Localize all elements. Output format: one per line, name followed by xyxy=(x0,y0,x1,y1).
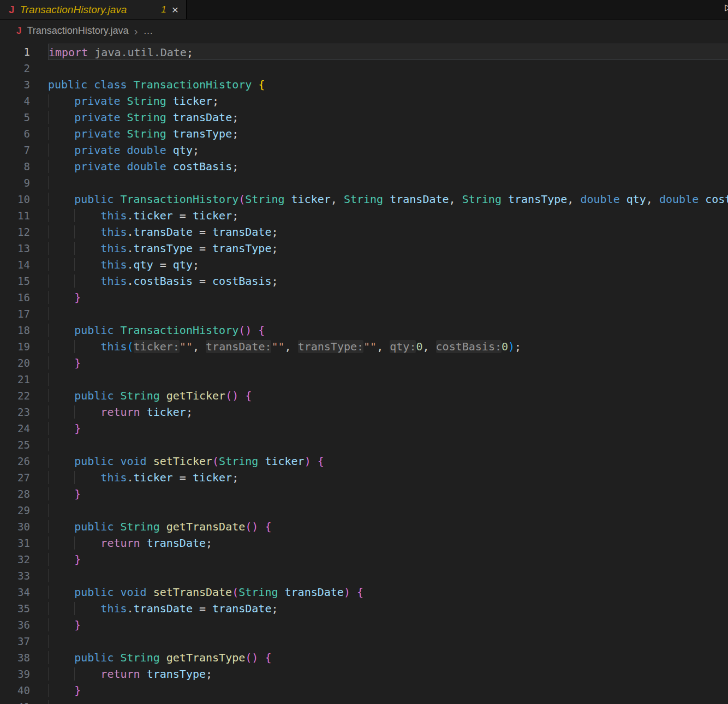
code-line-40[interactable]: 40 } xyxy=(0,682,728,699)
code-line-11[interactable]: 11 this.ticker = ticker; xyxy=(0,207,728,224)
code-line-content[interactable]: this.costBasis = costBasis; xyxy=(48,273,728,289)
code-line-content[interactable]: this.ticker = ticker; xyxy=(48,207,728,224)
code-line-2[interactable]: 2 xyxy=(0,60,728,76)
code-line-10[interactable]: 10 public TransactionHistory(String tick… xyxy=(0,191,728,207)
code-line-content[interactable]: private String transType; xyxy=(48,126,728,142)
code-line-32[interactable]: 32 } xyxy=(0,551,728,568)
code-line-content[interactable] xyxy=(48,633,728,649)
indent-guide xyxy=(48,373,74,386)
code-line-content[interactable]: public class TransactionHistory { xyxy=(48,76,728,93)
line-number: 39 xyxy=(0,666,48,682)
line-number: 5 xyxy=(0,109,48,126)
code-line-content[interactable] xyxy=(48,437,728,453)
code-token: transType: xyxy=(298,340,363,353)
code-line-28[interactable]: 28 } xyxy=(0,486,728,502)
code-line-14[interactable]: 14 this.qty = qty; xyxy=(0,256,728,273)
code-line-content[interactable] xyxy=(48,568,728,584)
code-line-25[interactable]: 25 xyxy=(0,437,728,453)
code-line-15[interactable]: 15 this.costBasis = costBasis; xyxy=(0,273,728,289)
code-line-content[interactable]: private String ticker; xyxy=(48,93,728,109)
code-line-39[interactable]: 39 return transType; xyxy=(0,666,728,682)
code-line-22[interactable]: 22 public String getTicker() { xyxy=(0,387,728,404)
code-line-38[interactable]: 38 public String getTransType() { xyxy=(0,649,728,666)
code-line-34[interactable]: 34 public void setTransDate(String trans… xyxy=(0,584,728,600)
code-line-27[interactable]: 27 this.ticker = ticker; xyxy=(0,469,728,486)
code-line-content[interactable]: } xyxy=(48,420,728,437)
code-line-17[interactable]: 17 xyxy=(0,306,728,322)
vscode-window: J TransactionHistory.java 1 × ▷ J Transa… xyxy=(0,0,728,704)
code-line-content[interactable] xyxy=(48,175,728,191)
code-line-content[interactable]: } xyxy=(48,617,728,633)
code-line-4[interactable]: 4 private String ticker; xyxy=(0,93,728,109)
code-line-content[interactable]: return ticker; xyxy=(48,404,728,420)
code-line-3[interactable]: 3public class TransactionHistory { xyxy=(0,76,728,93)
code-line-content[interactable] xyxy=(48,306,728,322)
code-line-18[interactable]: 18 public TransactionHistory() { xyxy=(0,322,728,338)
code-editor[interactable]: 1import java.util.Date;23public class Tr… xyxy=(0,41,728,704)
code-line-content[interactable]: this.transDate = transDate; xyxy=(48,600,728,617)
code-line-13[interactable]: 13 this.transType = transType; xyxy=(0,240,728,256)
code-line-content[interactable]: public String getTicker() { xyxy=(48,387,728,404)
code-line-content[interactable]: this.ticker = ticker; xyxy=(48,469,728,486)
code-line-content[interactable]: public void setTransDate(String transDat… xyxy=(48,584,728,600)
code-line-7[interactable]: 7 private double qty; xyxy=(0,142,728,158)
run-icon[interactable]: ▷ xyxy=(725,2,728,13)
code-line-16[interactable]: 16 } xyxy=(0,289,728,306)
code-token: , xyxy=(193,340,206,353)
code-line-content[interactable]: } xyxy=(48,355,728,371)
breadcrumb-symbol-ellipsis[interactable]: … xyxy=(144,25,153,37)
code-line-9[interactable]: 9 xyxy=(0,175,728,191)
code-line-content[interactable]: public void setTicker(String ticker) { xyxy=(48,453,728,469)
code-line-content[interactable] xyxy=(48,699,728,704)
line-number: 2 xyxy=(0,60,48,76)
code-line-content[interactable]: return transType; xyxy=(48,666,728,682)
code-line-content[interactable]: } xyxy=(48,289,728,306)
code-line-29[interactable]: 29 xyxy=(0,502,728,518)
code-line-content[interactable]: private String transDate; xyxy=(48,109,728,126)
code-line-content[interactable]: } xyxy=(48,551,728,568)
breadcrumb[interactable]: J TransactionHistory.java › … xyxy=(0,20,728,41)
code-line-content[interactable]: } xyxy=(48,486,728,502)
code-line-content[interactable] xyxy=(48,371,728,387)
code-line-content[interactable]: public TransactionHistory() { xyxy=(48,322,728,338)
code-line-content[interactable]: this.transType = transType; xyxy=(48,240,728,256)
code-line-24[interactable]: 24 } xyxy=(0,420,728,437)
code-line-content[interactable]: public String getTransType() { xyxy=(48,649,728,666)
code-line-content[interactable]: private double qty; xyxy=(48,142,728,158)
code-line-12[interactable]: 12 this.transDate = transDate; xyxy=(0,224,728,240)
code-line-8[interactable]: 8 private double costBasis; xyxy=(0,158,728,175)
code-token: ; xyxy=(271,602,278,615)
code-line-5[interactable]: 5 private String transDate; xyxy=(0,109,728,126)
code-line-19[interactable]: 19 this(ticker:"", transDate:"", transTy… xyxy=(0,338,728,355)
code-line-content[interactable] xyxy=(48,60,728,76)
code-line-content[interactable]: } xyxy=(48,682,728,699)
code-line-37[interactable]: 37 xyxy=(0,633,728,649)
tab-transactionhistory-java[interactable]: J TransactionHistory.java 1 × xyxy=(0,0,187,19)
code-line-21[interactable]: 21 xyxy=(0,371,728,387)
code-line-content[interactable]: this(ticker:"", transDate:"", transType:… xyxy=(48,338,728,355)
code-line-content[interactable]: public TransactionHistory(String ticker,… xyxy=(48,191,728,207)
code-line-content[interactable]: this.transDate = transDate; xyxy=(48,224,728,240)
code-line-26[interactable]: 26 public void setTicker(String ticker) … xyxy=(0,453,728,469)
code-line-content[interactable]: private double costBasis; xyxy=(48,158,728,175)
code-line-content[interactable]: this.qty = qty; xyxy=(48,256,728,273)
code-line-6[interactable]: 6 private String transType; xyxy=(0,126,728,142)
code-token: public xyxy=(74,389,120,402)
code-line-content[interactable] xyxy=(48,502,728,518)
code-line-33[interactable]: 33 xyxy=(0,568,728,584)
code-line-41[interactable]: 41 xyxy=(0,699,728,704)
indent-guide xyxy=(48,602,74,615)
code-line-content[interactable]: import java.util.Date; xyxy=(48,44,728,60)
code-line-35[interactable]: 35 this.transDate = transDate; xyxy=(0,600,728,617)
code-line-content[interactable]: return transDate; xyxy=(48,535,728,551)
code-line-1[interactable]: 1import java.util.Date; xyxy=(0,44,728,60)
breadcrumb-file-name[interactable]: TransactionHistory.java xyxy=(27,25,128,37)
code-line-31[interactable]: 31 return transDate; xyxy=(0,535,728,551)
code-line-content[interactable]: public String getTransDate() { xyxy=(48,518,728,535)
code-line-20[interactable]: 20 } xyxy=(0,355,728,371)
code-line-23[interactable]: 23 return ticker; xyxy=(0,404,728,420)
code-line-30[interactable]: 30 public String getTransDate() { xyxy=(0,518,728,535)
code-line-36[interactable]: 36 } xyxy=(0,617,728,633)
close-icon[interactable]: × xyxy=(172,4,178,15)
indent-guide xyxy=(74,536,100,550)
